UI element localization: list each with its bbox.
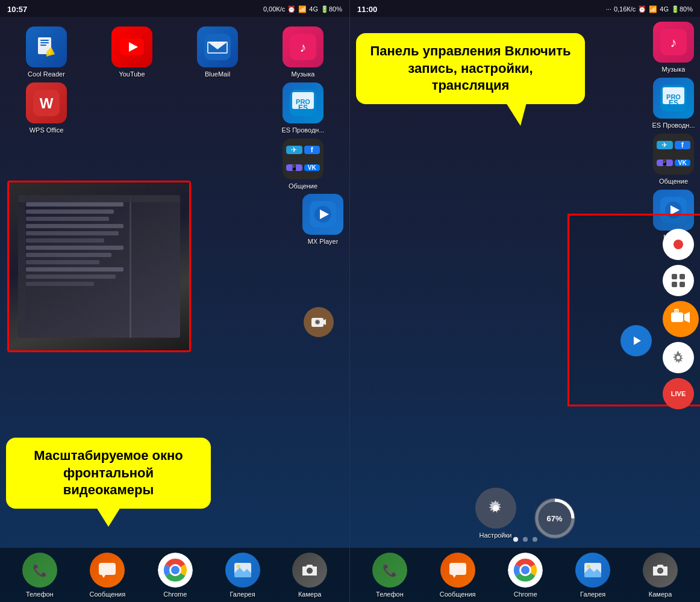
app-bluemail[interactable]: BlueMail bbox=[177, 26, 258, 78]
right-phone-screen: 11:00 ··· 0,16К/с ⏰ 📶 4G 🔋80% Панель упр… bbox=[350, 0, 700, 602]
network-type-right: 4G bbox=[660, 5, 669, 13]
app-label-wps: WPS Office bbox=[30, 126, 64, 134]
dock-gallery-left[interactable]: Галерея bbox=[225, 553, 260, 598]
alarm-icon-right: ⏰ bbox=[638, 5, 646, 13]
app-label-social: Общение bbox=[289, 182, 317, 190]
app-label-es-right: ES Проводн... bbox=[652, 122, 695, 129]
dock-phone-right[interactable]: 📞 Телефон bbox=[372, 553, 407, 598]
svg-point-19 bbox=[316, 321, 319, 324]
svg-marker-26 bbox=[102, 575, 105, 578]
bubble-left: Масштабируемое окно фронтальной видеокам… bbox=[6, 438, 211, 509]
dock-icon-camera-left bbox=[292, 553, 327, 588]
live-label: LIVE bbox=[671, 390, 686, 397]
svg-rect-49 bbox=[680, 282, 685, 287]
svg-text:♪: ♪ bbox=[670, 35, 677, 50]
signal-icon: 📶 bbox=[298, 5, 307, 13]
app-icon-bluemail bbox=[197, 26, 238, 67]
dock-label-gallery-left: Галерея bbox=[230, 591, 255, 598]
dock-label-messages-left: Сообщения bbox=[89, 591, 125, 598]
dock-label-chrome-right: Chrome bbox=[514, 591, 537, 598]
app-label-bluemail: BlueMail bbox=[205, 70, 230, 78]
svg-point-69 bbox=[658, 568, 663, 573]
grid-button[interactable] bbox=[663, 265, 694, 296]
status-bar-right: 11:00 ··· 0,16К/с ⏰ 📶 4G 🔋80% bbox=[350, 0, 700, 17]
app-icon-social: ✈ f 📱 VK bbox=[283, 138, 323, 179]
svg-point-35 bbox=[308, 569, 311, 572]
settings-dismiss-area: Настройки 67% bbox=[475, 488, 575, 539]
time-left: 10:57 bbox=[7, 5, 27, 14]
dock-chrome-left[interactable]: Chrome bbox=[158, 553, 193, 598]
app-music[interactable]: ♪ Музыка bbox=[263, 26, 343, 78]
float-camera-button[interactable] bbox=[304, 307, 334, 337]
dock-camera-right[interactable]: Камера bbox=[643, 553, 678, 598]
live-button[interactable]: LIVE bbox=[663, 378, 694, 409]
dock-icon-messages-right bbox=[440, 553, 475, 588]
dock-gallery-right[interactable]: Галерея bbox=[575, 553, 610, 598]
dock-label-messages-right: Сообщения bbox=[440, 591, 476, 598]
dock-chrome-right[interactable]: Chrome bbox=[508, 553, 543, 598]
app-youtube[interactable]: YouTube bbox=[92, 26, 172, 78]
dock-bar-left: 📞 Телефон Сообщения bbox=[0, 548, 349, 602]
svg-text:♪: ♪ bbox=[300, 40, 307, 55]
battery-left: 🔋80% bbox=[320, 5, 342, 13]
control-panel: ⟳ LIVE bbox=[658, 229, 694, 409]
svg-rect-60 bbox=[449, 563, 466, 575]
dock-icon-phone-left: 📞 bbox=[22, 553, 57, 588]
dock-label-chrome-left: Chrome bbox=[163, 591, 187, 598]
network-speed-right: 0,16К/с bbox=[614, 5, 636, 13]
camera-preview[interactable] bbox=[7, 181, 191, 352]
app-empty-1 bbox=[92, 82, 172, 134]
dock-label-phone-right: Телефон bbox=[376, 591, 404, 598]
dock-messages-right[interactable]: Сообщения bbox=[440, 553, 476, 598]
settings-ctrl-button[interactable] bbox=[663, 342, 694, 373]
svg-marker-56 bbox=[634, 337, 641, 345]
app-es-right[interactable]: PROES ES Проводн... bbox=[653, 78, 694, 129]
settings-app-right[interactable]: Настройки bbox=[475, 488, 516, 539]
app-icon-music: ♪ bbox=[283, 26, 323, 67]
dock-icon-camera-right bbox=[643, 553, 678, 588]
video-cam-button[interactable]: ⟳ bbox=[663, 301, 699, 337]
svg-marker-20 bbox=[323, 319, 326, 325]
dock-label-phone-left: Телефон bbox=[26, 591, 54, 598]
alarm-icon: ⏰ bbox=[287, 5, 296, 13]
svg-rect-50 bbox=[671, 312, 683, 322]
dock-bar-right: 📞 Телефон Сообщения bbox=[350, 548, 700, 602]
dock-label-gallery-right: Галерея bbox=[580, 591, 605, 598]
svg-point-31 bbox=[237, 565, 240, 568]
camera-preview-inner bbox=[9, 182, 189, 350]
svg-rect-46 bbox=[672, 274, 677, 279]
battery-right: 🔋80% bbox=[671, 5, 693, 13]
app-label-social-right: Общение bbox=[659, 178, 688, 185]
record-button[interactable] bbox=[663, 229, 694, 260]
social-partial-row: ✈ f 📱 VK Общение bbox=[350, 129, 700, 185]
app-label-youtube: YouTube bbox=[119, 70, 145, 78]
app-icon-youtube bbox=[111, 26, 152, 67]
app-social-right[interactable]: ✈ f 📱 VK Общение bbox=[653, 134, 694, 185]
app-social[interactable]: ✈ f 📱 VK Общение bbox=[263, 138, 343, 190]
app-icon-wps: W bbox=[26, 82, 67, 123]
svg-text:W: W bbox=[40, 95, 54, 111]
app-mxplayer[interactable]: MX Player bbox=[302, 194, 343, 245]
play-button-overlay[interactable] bbox=[620, 325, 652, 356]
dock-phone-left[interactable]: 📞 Телефон bbox=[22, 553, 57, 598]
dock-icon-gallery-right bbox=[575, 553, 610, 588]
app-icon-es-right: PROES bbox=[653, 78, 694, 119]
dismiss-button[interactable]: 67% bbox=[534, 498, 575, 539]
network-type-left: 4G bbox=[309, 5, 318, 13]
app-music-right[interactable]: ♪ Музыка bbox=[653, 22, 694, 73]
svg-marker-51 bbox=[684, 312, 690, 323]
dock-messages-left[interactable]: Сообщения bbox=[89, 553, 125, 598]
signal-icon-right: 📶 bbox=[649, 5, 657, 13]
app-coolreader[interactable]: Cool Reader bbox=[6, 26, 87, 78]
svg-rect-48 bbox=[672, 282, 677, 287]
app-es[interactable]: PRO ES ES Проводн... bbox=[263, 82, 343, 134]
app-wps[interactable]: W WPS Office bbox=[6, 82, 87, 134]
dock-camera-left[interactable]: Камера bbox=[292, 553, 327, 598]
app-icon-mxplayer bbox=[302, 194, 343, 235]
bubble-right: Панель управления Включить запись, настр… bbox=[356, 33, 585, 104]
dismiss-area[interactable]: 67% bbox=[534, 498, 575, 539]
svg-rect-1 bbox=[40, 40, 49, 41]
page-dot-1 bbox=[513, 537, 518, 542]
app-icon-es: PRO ES bbox=[283, 82, 323, 123]
status-dots: ··· bbox=[606, 5, 611, 13]
